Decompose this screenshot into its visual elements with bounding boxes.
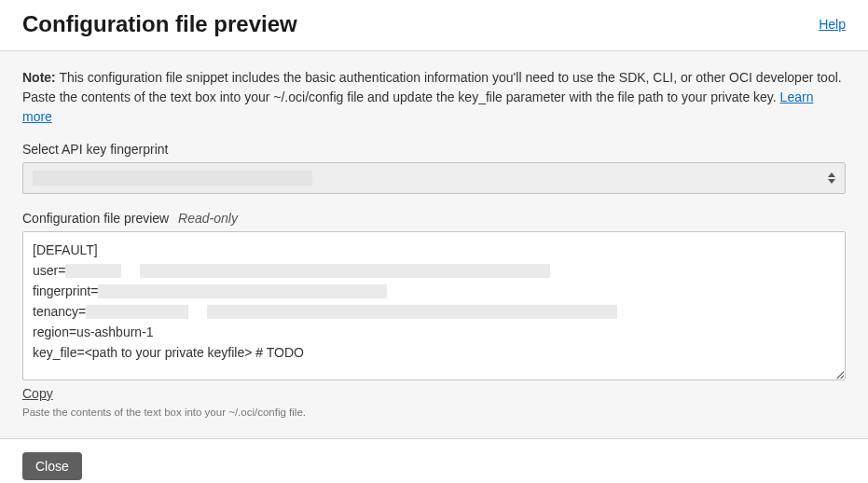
cfg-user-redacted-2 [140, 264, 550, 278]
note-body: This configuration file snippet includes… [22, 70, 842, 104]
copy-link[interactable]: Copy [22, 386, 53, 401]
fingerprint-select[interactable] [22, 162, 846, 194]
cfg-fingerprint-redacted [98, 284, 387, 298]
resize-handle-icon[interactable] [834, 369, 844, 379]
cfg-line-user-key: user= [33, 260, 65, 281]
hint-text: Paste the contents of the text box into … [22, 407, 846, 438]
svg-line-0 [836, 371, 844, 379]
fingerprint-value-redacted [33, 171, 312, 186]
page-title: Configuration file preview [22, 11, 297, 37]
note-bold: Note: [22, 70, 56, 85]
cfg-tenancy-redacted-1 [86, 305, 188, 319]
config-preview-textarea[interactable]: [DEFAULT] user= fingerprint= tenancy= re… [22, 231, 846, 380]
cfg-line-keyfile: key_file=<path to your private keyfile> … [33, 342, 304, 363]
cfg-tenancy-redacted-2 [207, 305, 617, 319]
select-label: Select API key fingerprint [22, 142, 846, 157]
note-text: Note: This configuration file snippet in… [22, 68, 846, 127]
svg-line-1 [840, 375, 844, 379]
cfg-line-default: [DEFAULT] [33, 240, 98, 260]
cfg-line-region: region=us-ashburn-1 [33, 322, 154, 342]
readonly-badge: Read-only [178, 211, 238, 226]
cfg-line-tenancy-key: tenancy= [33, 301, 86, 322]
cfg-user-redacted-1 [65, 264, 121, 278]
select-caret-icon [825, 172, 838, 185]
close-button[interactable]: Close [22, 452, 82, 480]
cfg-line-fp-key: fingerprint= [33, 281, 98, 301]
preview-label: Configuration file preview [22, 211, 169, 226]
help-link[interactable]: Help [819, 17, 846, 32]
